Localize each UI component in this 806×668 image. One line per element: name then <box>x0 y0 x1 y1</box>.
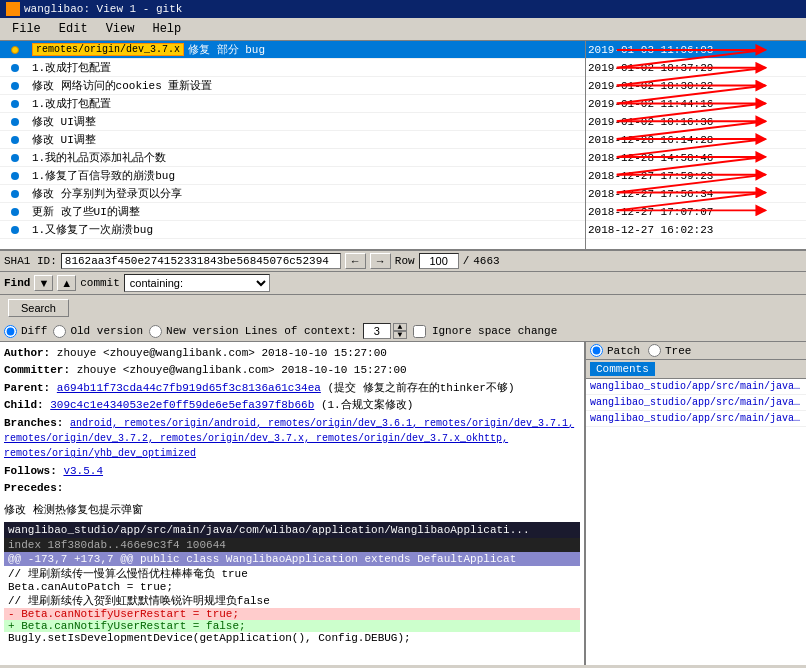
diff-line: - Beta.canNotifyUserRestart = true; <box>4 608 580 620</box>
table-row[interactable]: 更新 改了些UI的调整 <box>0 203 585 221</box>
tree-label: Tree <box>665 345 691 357</box>
list-item[interactable]: wanglibao_studio/app/src/main/java/com/w… <box>586 379 806 395</box>
precedes-line: Precedes: <box>4 481 580 496</box>
new-version-radio[interactable] <box>149 325 162 338</box>
file-list: wanglibao_studio/app/src/main/java/com/w… <box>586 379 806 665</box>
search-row: Search <box>0 295 806 321</box>
comments-tag: Comments <box>590 362 655 376</box>
tree-radio-group: Tree <box>648 344 691 357</box>
committer-value: zhouye <zhouye@wanglibank.com> 2018-10-1… <box>77 364 407 376</box>
committer-line: Committer: zhouye <zhouye@wanglibank.com… <box>4 363 580 378</box>
menu-edit[interactable]: Edit <box>51 20 96 38</box>
menu-help[interactable]: Help <box>144 20 189 38</box>
table-row[interactable]: 修改 分享别判为登录页以分享 <box>0 185 585 203</box>
commit-message: 修改 UI调整 <box>32 114 583 129</box>
branches-value: android, remotes/origin/android, remotes… <box>4 418 574 460</box>
date-cell: 2019-01-02 10:16:36 <box>586 113 806 131</box>
commit-message: 修改 UI调整 <box>32 132 583 147</box>
table-row[interactable]: 修改 UI调整 <box>0 113 585 131</box>
prev-btn[interactable]: ← <box>345 253 366 269</box>
app-icon <box>6 2 20 16</box>
child-hash[interactable]: 309c4c1e434053e2ef0ff59de6e5efa397f8b66b <box>50 399 314 411</box>
commit-dot <box>11 208 19 216</box>
options-row: Diff Old version New version Lines of co… <box>0 321 806 342</box>
patch-tree-panel: Patch Tree Comments wanglibao_studio/app… <box>586 342 806 665</box>
commit-graph-col <box>2 226 32 234</box>
commit-dot <box>11 226 19 234</box>
find-row: Find ▼ ▲ commit containing:touching path… <box>0 272 806 295</box>
commit-graph-col <box>2 46 32 54</box>
search-button[interactable]: Search <box>8 299 69 317</box>
diff-radio-group: Diff <box>4 325 47 338</box>
commit-dot <box>11 82 19 90</box>
diff-label: Diff <box>21 325 47 337</box>
table-row[interactable]: 修改 UI调整 <box>0 131 585 149</box>
lines-label: Lines of context: <box>245 325 357 337</box>
commit-graph-col <box>2 118 32 126</box>
table-row[interactable]: 1.我的礼品页添加礼品个数 <box>0 149 585 167</box>
commit-list-panel: remotes/origin/dev_3.7.x修复 部分 bug1.改成打包配… <box>0 41 806 251</box>
old-version-label: Old version <box>70 325 143 337</box>
ignore-space-checkbox[interactable] <box>413 325 426 338</box>
old-version-radio[interactable] <box>53 325 66 338</box>
date-cell: 2018-12-27 16:02:23 <box>586 221 806 239</box>
branches-line: Branches: android, remotes/origin/androi… <box>4 416 580 462</box>
row-input[interactable] <box>419 253 459 269</box>
child-line: Child: 309c4c1e434053e2ef0ff59de6e5efa39… <box>4 398 580 413</box>
commit-detail: Author: zhouye <zhouye@wanglibank.com> 2… <box>0 342 586 665</box>
find-up-btn[interactable]: ▲ <box>57 275 76 291</box>
date-cell: 2018-12-27 17:07:07 <box>586 203 806 221</box>
table-row[interactable]: remotes/origin/dev_3.7.x修复 部分 bug <box>0 41 585 59</box>
commit-message: 更新 改了些UI的调整 <box>32 204 583 219</box>
spinner-down[interactable]: ▼ <box>393 331 407 339</box>
menu-bar: File Edit View Help <box>0 18 806 41</box>
commit-graph-col <box>2 190 32 198</box>
follows-value[interactable]: v3.5.4 <box>63 465 103 477</box>
table-row[interactable]: 1.又修复了一次崩溃bug <box>0 221 585 239</box>
menu-file[interactable]: File <box>4 20 49 38</box>
commit-right-panel: 2019-01-03 11:06:032019-01-02 18:37:2920… <box>586 41 806 249</box>
commit-list: remotes/origin/dev_3.7.x修复 部分 bug1.改成打包配… <box>0 41 586 249</box>
find-down-btn[interactable]: ▼ <box>34 275 53 291</box>
table-row[interactable]: 1.改成打包配置 <box>0 95 585 113</box>
diff-line: Beta.canAutoPatch = true; <box>4 581 580 593</box>
row-total: 4663 <box>473 255 499 267</box>
context-spinner: ▲ ▼ <box>363 323 407 339</box>
context-input[interactable] <box>363 323 391 339</box>
commit-msg-line: 修改 检测热修复包提示弹窗 <box>4 503 580 518</box>
sha-input[interactable] <box>61 253 341 269</box>
patch-radio[interactable] <box>590 344 603 357</box>
branch-tag: remotes/origin/dev_3.7.x <box>32 43 184 56</box>
commit-graph-col <box>2 208 32 216</box>
child-label: Child: <box>4 399 44 411</box>
commit-graph-col <box>2 136 32 144</box>
parent-hash[interactable]: a694b11f73cda44c7fb919d65f3c8136a61c34ea <box>57 382 321 394</box>
tree-radio[interactable] <box>648 344 661 357</box>
table-row[interactable]: 1.修复了百信导致的崩溃bug <box>0 167 585 185</box>
table-row[interactable]: 修改 网络访问的cookies 重新设置 <box>0 77 585 95</box>
filter-select[interactable]: containing:touching paths:adding/removin… <box>124 274 270 292</box>
menu-view[interactable]: View <box>98 20 143 38</box>
commit-msg: 修改 检测热修复包提示弹窗 <box>4 504 143 516</box>
date-cell: 2019-01-02 18:37:29 <box>586 59 806 77</box>
list-item[interactable]: wanglibao_studio/app/src/main/java/com/w… <box>586 395 806 411</box>
commit-message: 修复 部分 bug <box>188 42 583 57</box>
commit-message: 1.改成打包配置 <box>32 60 583 75</box>
list-item[interactable]: wanglibao_studio/app/src/main/java/com/w… <box>586 411 806 427</box>
diff-radio[interactable] <box>4 325 17 338</box>
commit-message: 修改 网络访问的cookies 重新设置 <box>32 78 583 93</box>
follows-label: Follows: <box>4 465 57 477</box>
new-version-radio-group: New version <box>149 325 239 338</box>
diff-line: // 埋刷新续传入贺到虹默默情唤锐许明规埋负false <box>4 593 580 608</box>
date-cell: 2018-12-28 14:58:46 <box>586 149 806 167</box>
diff-lines-container: // 埋刷新续传一慢算么慢悟优柱棒棒奄负 true Beta.canAutoPa… <box>4 566 580 644</box>
table-row[interactable]: 1.改成打包配置 <box>0 59 585 77</box>
commit-message: 修改 分享别判为登录页以分享 <box>32 186 583 201</box>
main-layout: remotes/origin/dev_3.7.x修复 部分 bug1.改成打包配… <box>0 41 806 665</box>
commit-dot <box>11 64 19 72</box>
follows-line: Follows: v3.5.4 <box>4 464 580 479</box>
next-btn[interactable]: → <box>370 253 391 269</box>
commit-graph-col <box>2 100 32 108</box>
diff-header: wanglibao_studio/app/src/main/java/com/w… <box>4 522 580 538</box>
new-version-label: New version <box>166 325 239 337</box>
